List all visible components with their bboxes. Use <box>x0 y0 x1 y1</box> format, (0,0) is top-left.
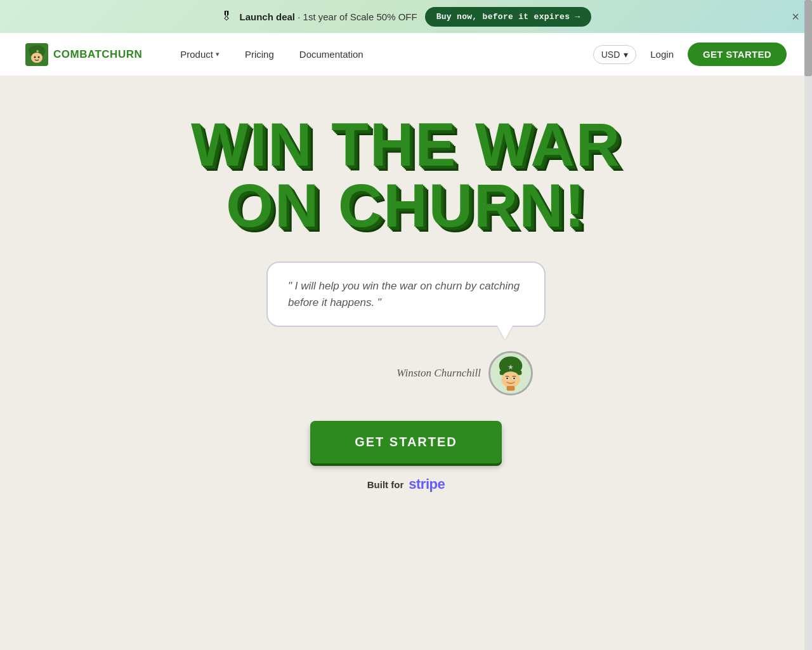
scrollbar-thumb[interactable] <box>804 0 812 76</box>
svg-point-12 <box>506 378 508 380</box>
svg-point-9 <box>501 371 520 388</box>
currency-value: USD <box>601 50 620 60</box>
nav-item-pricing[interactable]: Pricing <box>232 44 287 65</box>
product-chevron-icon: ▾ <box>216 50 219 58</box>
speech-bubble-container: " I will help you win the war on churn b… <box>266 262 546 327</box>
speech-text: " I will help you win the war on churn b… <box>288 278 524 310</box>
speech-bubble: " I will help you win the war on churn b… <box>266 262 546 327</box>
hero-section: WIN THE WAR ON CHURN! " I will help you … <box>0 76 812 518</box>
character-avatar: ★ <box>488 351 533 395</box>
character-name: Winston Churnchill <box>396 367 481 380</box>
banner-cta-button[interactable]: Buy now, before it expires → <box>425 7 592 27</box>
nav-item-product[interactable]: Product ▾ <box>167 44 232 65</box>
banner-icon: 🎖 <box>221 10 232 23</box>
hero-get-started-button[interactable]: GET STARTED <box>310 421 502 463</box>
built-for-text: Built for <box>367 479 404 490</box>
navbar-get-started-button[interactable]: GET STARTED <box>688 43 787 66</box>
logo-text: COMBATCHURN <box>53 48 142 61</box>
svg-point-4 <box>38 56 40 58</box>
soldier-logo-svg: ★ <box>27 44 47 65</box>
announcement-banner: 🎖 Launch deal · 1st year of Scale 50% OF… <box>0 0 812 33</box>
navbar: ★ COMBATCHURN Product ▾ Pricing Document… <box>0 33 812 76</box>
stripe-logo: stripe <box>409 476 445 493</box>
banner-content: 🎖 Launch deal · 1st year of Scale 50% OF… <box>221 7 592 27</box>
svg-point-13 <box>513 378 515 380</box>
scrollbar[interactable] <box>804 0 812 650</box>
currency-chevron-icon: ▾ <box>624 50 628 60</box>
logo-icon: ★ <box>25 43 48 66</box>
nav-item-documentation[interactable]: Documentation <box>287 44 376 65</box>
banner-close-button[interactable]: × <box>792 10 799 23</box>
built-for: Built for stripe <box>367 476 445 493</box>
svg-point-2 <box>31 53 43 63</box>
svg-text:★: ★ <box>508 363 514 371</box>
logo[interactable]: ★ COMBATCHURN <box>25 43 142 66</box>
character-row: Winston Churnchill <box>266 351 546 395</box>
svg-point-3 <box>34 56 36 58</box>
svg-text:★: ★ <box>36 49 39 53</box>
cta-section: GET STARTED Built for stripe <box>310 421 502 493</box>
banner-text: Launch deal · 1st year of Scale 50% OFF <box>240 11 417 22</box>
nav-links: Product ▾ Pricing Documentation <box>167 44 593 65</box>
nav-right: USD ▾ Login GET STARTED <box>593 43 787 66</box>
login-button[interactable]: Login <box>644 45 680 63</box>
hero-title: WIN THE WAR ON CHURN! <box>191 114 621 236</box>
svg-rect-15 <box>507 386 515 390</box>
character-avatar-svg: ★ <box>490 351 531 395</box>
currency-selector[interactable]: USD ▾ <box>593 45 637 64</box>
